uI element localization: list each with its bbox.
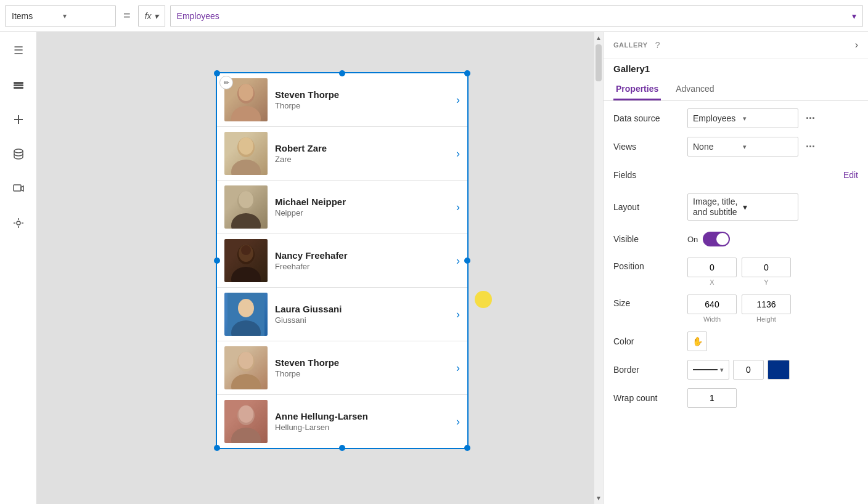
- visible-toggle[interactable]: [703, 232, 730, 246]
- gallery-row-3[interactable]: Michael Neipper Neipper ›: [217, 181, 467, 234]
- data-source-label: Data source: [613, 113, 687, 123]
- border-width-input[interactable]: [733, 360, 764, 380]
- fields-edit-link[interactable]: Edit: [843, 170, 858, 180]
- gallery-row-1[interactable]: ✏ Steven Thorpe Thorpe ›: [217, 73, 467, 127]
- wrap-count-label: Wrap count: [613, 393, 687, 403]
- svg-point-30: [231, 374, 261, 389]
- svg-point-21: [239, 191, 253, 208]
- sidebar-item-hamburger[interactable]: ☰: [7, 39, 30, 62]
- expand-button[interactable]: ›: [855, 39, 858, 51]
- gallery-item-sub-5: Giussani: [275, 315, 456, 325]
- gallery-row-7[interactable]: Anne Hellung-Larsen Hellung-Larsen ›: [217, 395, 467, 448]
- scroll-thumb[interactable]: [596, 44, 602, 81]
- size-height-input[interactable]: [742, 295, 791, 314]
- scroll-down-arrow[interactable]: ▼: [596, 492, 602, 504]
- tab-advanced[interactable]: Advanced: [673, 79, 716, 100]
- sidebar-item-add[interactable]: [7, 108, 30, 131]
- svg-point-17: [231, 160, 261, 175]
- data-source-dropdown[interactable]: Employees ▾: [687, 108, 798, 128]
- gallery-item-info-4: Nancy Freehafer Freehafer: [275, 250, 456, 271]
- layout-dropdown[interactable]: Image, title, and subtitle ▾: [687, 193, 798, 221]
- gallery-row-4[interactable]: Nancy Freehafer Freehafer ›: [217, 234, 467, 288]
- prop-position: Position X Y: [613, 258, 858, 286]
- position-x-input[interactable]: [687, 258, 737, 277]
- data-source-more-button[interactable]: ···: [806, 112, 815, 125]
- wrap-count-input[interactable]: [687, 388, 737, 408]
- svg-point-5: [14, 149, 23, 153]
- views-dropdown[interactable]: None ▾: [687, 137, 798, 156]
- svg-point-27: [238, 299, 254, 317]
- fields-value-container: Edit: [687, 170, 858, 180]
- svg-point-34: [239, 405, 253, 423]
- canvas-scrollbar[interactable]: ▲ ▼: [594, 32, 603, 504]
- gallery-component[interactable]: ✏ Steven Thorpe Thorpe › Robert Zare Zar…: [216, 72, 469, 449]
- visible-toggle-row: On: [687, 232, 858, 246]
- position-group: X Y: [687, 258, 858, 286]
- svg-point-15: [239, 84, 253, 101]
- items-dropdown[interactable]: Items ▾: [5, 5, 116, 27]
- avatar-nancy-freehafer: [224, 239, 268, 282]
- prop-data-source: Data source Employees ▾ ···: [613, 108, 858, 128]
- svg-rect-6: [14, 185, 21, 191]
- border-style-chevron-icon: ▾: [720, 366, 724, 374]
- gallery-item-name-4: Nancy Freehafer: [275, 250, 456, 261]
- gallery-item-name-3: Michael Neipper: [275, 197, 456, 207]
- views-label: Views: [613, 142, 687, 152]
- color-icon: ✋: [692, 336, 703, 346]
- data-source-chevron-icon: ▾: [743, 115, 793, 123]
- items-label: Items: [12, 11, 58, 21]
- position-y-input[interactable]: [742, 258, 791, 277]
- fields-label: Fields: [613, 170, 687, 180]
- svg-marker-7: [21, 186, 23, 191]
- border-line-icon: [693, 369, 718, 370]
- layout-selected: Image, title, and subtitle: [693, 197, 743, 217]
- prop-color: Color ✋: [613, 331, 858, 351]
- size-height-label: Height: [742, 315, 791, 323]
- help-icon[interactable]: ?: [655, 40, 660, 50]
- avatar-anne-hellung: [224, 400, 268, 443]
- fx-chevron-icon: ▾: [154, 11, 158, 21]
- svg-point-33: [231, 428, 261, 443]
- gallery-item-name-1: Steven Thorpe: [275, 89, 456, 100]
- border-color-swatch[interactable]: [768, 360, 790, 380]
- prop-wrap-count: Wrap count: [613, 388, 858, 408]
- sidebar-item-layers[interactable]: [7, 74, 30, 96]
- size-group: Width Height: [687, 295, 858, 323]
- border-style-dropdown[interactable]: ▾: [687, 360, 729, 380]
- sidebar-item-media[interactable]: [7, 177, 30, 200]
- scroll-up-arrow[interactable]: ▲: [596, 32, 602, 44]
- wrap-count-value: [687, 388, 858, 408]
- gallery-row-2[interactable]: Robert Zare Zare ›: [217, 127, 467, 181]
- layout-value-container: Image, title, and subtitle ▾: [687, 193, 858, 221]
- panel-tabs: Properties Advanced: [604, 79, 868, 101]
- formula-bar[interactable]: Employees ▾: [170, 5, 863, 27]
- panel-section-label: GALLERY: [613, 41, 648, 49]
- layout-label: Layout: [613, 202, 687, 212]
- views-selected: None: [693, 142, 743, 152]
- svg-rect-0: [14, 82, 23, 84]
- size-label: Size: [613, 295, 687, 308]
- position-y-label: Y: [742, 278, 791, 286]
- prop-views: Views None ▾ ···: [613, 137, 858, 156]
- gallery-item-sub-7: Hellung-Larsen: [275, 423, 456, 432]
- size-width-input[interactable]: [687, 295, 737, 314]
- fx-button[interactable]: fx ▾: [138, 5, 165, 27]
- tab-properties[interactable]: Properties: [613, 79, 661, 100]
- svg-point-8: [17, 221, 20, 225]
- svg-point-25: [241, 245, 251, 255]
- main-layout: ☰ ✏: [0, 32, 868, 504]
- gallery-item-sub-6: Thorpe: [275, 369, 456, 378]
- views-more-button[interactable]: ···: [806, 140, 815, 153]
- color-swatch[interactable]: ✋: [687, 331, 707, 351]
- svg-rect-1: [14, 84, 23, 86]
- gallery-item-arrow-6: ›: [456, 362, 460, 375]
- sidebar-item-tools[interactable]: [7, 212, 30, 234]
- gallery-row-6[interactable]: Steven Thorpe Thorpe ›: [217, 341, 467, 395]
- avatar-laura-giussani: [224, 293, 268, 336]
- sidebar-item-database[interactable]: [7, 143, 30, 165]
- cursor-indicator: [475, 291, 492, 308]
- avatar-michael-neipper: [224, 185, 268, 229]
- gallery-row-5[interactable]: Laura Giussani Giussani ›: [217, 288, 467, 341]
- gallery-item-info-7: Anne Hellung-Larsen Hellung-Larsen: [275, 411, 456, 432]
- gallery-item-name-6: Steven Thorpe: [275, 357, 456, 368]
